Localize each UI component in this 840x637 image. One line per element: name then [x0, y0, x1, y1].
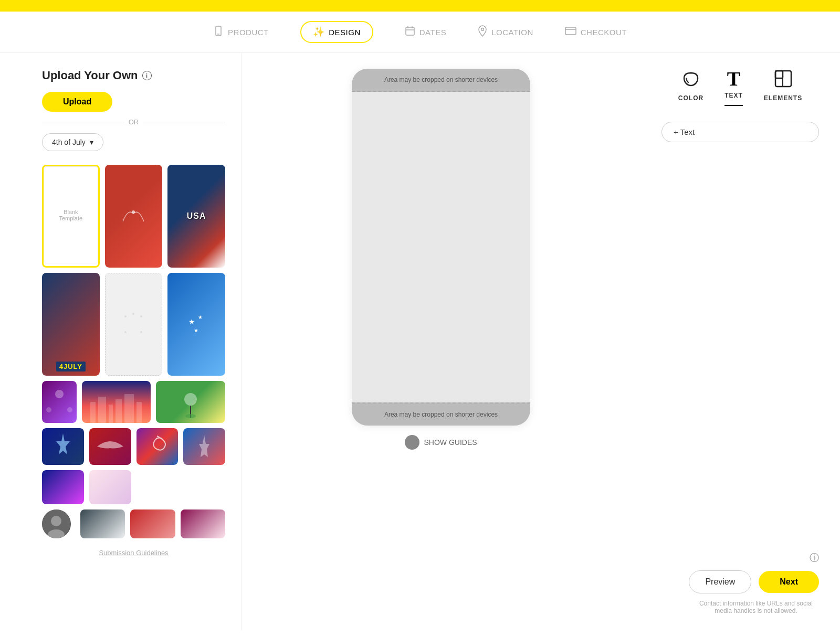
- svg-text:★: ★: [198, 314, 203, 320]
- canvas-area[interactable]: [352, 92, 530, 402]
- elements-icon: [773, 69, 793, 91]
- add-text-button[interactable]: + Text: [662, 122, 819, 142]
- template-fireworks-white[interactable]: [89, 470, 131, 504]
- blank-template-thumb: Blank Template: [44, 166, 98, 263]
- svg-rect-21: [90, 402, 96, 423]
- nav-dates-label: DATES: [419, 28, 446, 37]
- svg-point-14: [140, 331, 142, 333]
- tab-text[interactable]: T TEXT: [724, 69, 743, 106]
- or-divider: OR: [42, 118, 225, 126]
- tab-elements[interactable]: ELEMENTS: [764, 69, 802, 106]
- tool-tabs: COLOR T TEXT ELEMENTS: [662, 69, 819, 106]
- crop-area-bottom: Area may be cropped on shorter devices: [352, 402, 530, 426]
- svg-point-18: [55, 390, 64, 398]
- color-icon: [681, 69, 701, 91]
- template-stars-red[interactable]: [130, 509, 175, 538]
- tab-text-label: TEXT: [724, 92, 743, 99]
- nav-location[interactable]: LOCATION: [478, 25, 533, 39]
- phone-preview: Area may be cropped on shorter devices A…: [352, 69, 530, 426]
- location-icon: [478, 25, 487, 39]
- svg-rect-2: [406, 27, 414, 35]
- template-liberty[interactable]: [42, 428, 84, 465]
- show-guides-button[interactable]: SHOW GUIDES: [405, 435, 477, 450]
- nav-design[interactable]: ✨ DESIGN: [300, 21, 373, 43]
- design-icon: ✨: [313, 26, 325, 38]
- template-empty-col2: [183, 470, 225, 504]
- svg-rect-7: [565, 27, 576, 35]
- template-usa[interactable]: USA: [167, 165, 225, 268]
- svg-text:★: ★: [194, 327, 198, 333]
- top-bar: [0, 0, 840, 12]
- main-content: Upload Your Own i Upload OR 4th of July …: [0, 53, 840, 630]
- template-blue-stars[interactable]: ★ ★ ★: [167, 273, 225, 376]
- submission-guidelines-link[interactable]: Submission Guidelines: [42, 549, 225, 557]
- category-label: 4th of July: [52, 138, 86, 146]
- template-dotted[interactable]: [105, 273, 163, 376]
- next-button[interactable]: Next: [759, 571, 819, 593]
- template-sparklers[interactable]: [80, 509, 125, 538]
- template-4july[interactable]: 4JULY: [42, 273, 100, 376]
- chevron-down-icon: ▾: [90, 138, 93, 146]
- nav-product-label: PRODUCT: [228, 28, 269, 37]
- svg-rect-25: [124, 394, 134, 423]
- upload-section-title: Upload Your Own i: [42, 69, 225, 82]
- svg-rect-26: [136, 402, 142, 423]
- text-icon: T: [727, 69, 740, 89]
- 4july-thumb: 4JULY: [42, 273, 100, 376]
- template-fireworks-1[interactable]: [105, 165, 163, 268]
- template-pink[interactable]: [181, 509, 225, 538]
- upload-button[interactable]: Upload: [42, 92, 112, 112]
- svg-point-20: [67, 407, 72, 412]
- svg-point-27: [184, 393, 197, 406]
- template-section-2: [42, 381, 225, 423]
- svg-rect-24: [116, 399, 122, 423]
- svg-rect-34: [775, 71, 783, 78]
- tab-color[interactable]: COLOR: [678, 69, 704, 106]
- dates-icon: [405, 26, 415, 39]
- bottom-actions: ⓘ Preview Next Contact information like …: [662, 551, 819, 614]
- nav-checkout[interactable]: CHECKOUT: [565, 27, 627, 38]
- template-statue-2[interactable]: [183, 428, 225, 465]
- svg-point-29: [185, 414, 196, 418]
- navigation: PRODUCT ✨ DESIGN DATES LOCATION: [0, 12, 840, 53]
- fireworks-red-thumb: [105, 165, 163, 268]
- svg-rect-22: [98, 397, 106, 423]
- nav-dates[interactable]: DATES: [405, 26, 446, 39]
- info-icon[interactable]: ⓘ: [810, 551, 819, 564]
- usa-thumb: USA: [167, 165, 225, 268]
- tab-elements-label: ELEMENTS: [764, 94, 802, 102]
- preview-button[interactable]: Preview: [689, 570, 751, 593]
- template-city[interactable]: [82, 381, 151, 423]
- right-panel: COLOR T TEXT ELEMENTS + Text: [640, 53, 840, 630]
- svg-point-11: [132, 313, 134, 315]
- template-purple[interactable]: [42, 381, 77, 423]
- nav-location-label: LOCATION: [491, 28, 533, 37]
- nav-product[interactable]: PRODUCT: [213, 26, 269, 39]
- svg-point-12: [140, 315, 142, 317]
- show-guides-label: SHOW GUIDES: [424, 438, 477, 447]
- blue-stars-thumb: ★ ★ ★: [167, 273, 225, 376]
- template-eagle[interactable]: [89, 428, 131, 465]
- template-avatar[interactable]: [42, 509, 71, 538]
- template-fireworks-blue[interactable]: [42, 470, 84, 504]
- template-empty-col: [136, 470, 178, 504]
- svg-point-9: [132, 210, 135, 214]
- nav-design-label: DESIGN: [329, 28, 361, 37]
- upload-info-icon[interactable]: i: [142, 71, 152, 80]
- template-swirl[interactable]: [136, 428, 178, 465]
- template-blank[interactable]: Blank Template: [42, 165, 100, 268]
- left-panel: Upload Your Own i Upload OR 4th of July …: [0, 53, 242, 630]
- template-grid: Blank Template USA 4JULY: [42, 165, 225, 376]
- checkout-icon: [565, 27, 576, 38]
- svg-point-33: [689, 72, 692, 74]
- svg-rect-23: [109, 405, 113, 423]
- template-picnic[interactable]: [156, 381, 225, 423]
- svg-point-6: [481, 28, 484, 30]
- action-buttons: Preview Next: [689, 570, 819, 593]
- category-dropdown[interactable]: 4th of July ▾: [42, 133, 103, 151]
- crop-area-top: Area may be cropped on shorter devices: [352, 69, 530, 92]
- template-row-landscape: [42, 381, 225, 423]
- svg-point-19: [46, 407, 51, 412]
- template-section-3: [42, 428, 225, 538]
- nav-checkout-label: CHECKOUT: [581, 28, 627, 37]
